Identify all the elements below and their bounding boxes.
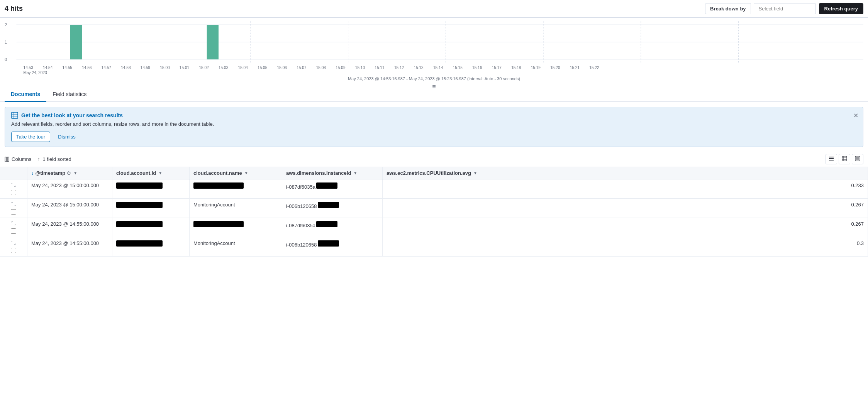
row-account-name-cell: MonitoringAccount xyxy=(190,199,282,218)
col-account-name-chevron: ▼ xyxy=(244,171,248,175)
row-timestamp-cell: May 24, 2023 @ 14:55:00.000 xyxy=(27,237,112,257)
svg-text:15:10: 15:10 xyxy=(355,66,365,70)
row-account-name-cell xyxy=(190,218,282,237)
svg-rect-47 xyxy=(5,157,7,162)
row-select-checkbox[interactable] xyxy=(11,190,16,195)
row-actions-cell xyxy=(0,179,27,199)
sort-label: ↑ 1 field sorted xyxy=(37,156,71,162)
bar-1455[interactable] xyxy=(70,25,82,59)
svg-text:15:09: 15:09 xyxy=(336,66,346,70)
select-field-input[interactable] xyxy=(754,3,816,14)
row-expand-button[interactable] xyxy=(11,240,16,246)
row-select-checkbox[interactable] xyxy=(11,209,16,215)
header-right: Break down by Refresh query xyxy=(705,3,863,14)
col-cpu-chevron: ▼ xyxy=(473,171,477,175)
svg-text:15:18: 15:18 xyxy=(511,66,521,70)
svg-text:15:20: 15:20 xyxy=(550,66,560,70)
col-account-id-header[interactable]: cloud.account.id ▼ xyxy=(112,167,190,179)
col-timestamp-header[interactable]: ↓ @timestamp ⏱ ▼ xyxy=(27,167,112,179)
table-row: May 24, 2023 @ 15:00:00.000i-087df6035a0… xyxy=(0,179,868,199)
row-instance-id-cell: i-087df6035a xyxy=(282,179,383,199)
row-account-id-cell xyxy=(112,237,190,257)
row-account-id-cell xyxy=(112,218,190,237)
row-timestamp-cell: May 24, 2023 @ 15:00:00.000 xyxy=(27,179,112,199)
svg-text:15:04: 15:04 xyxy=(238,66,248,70)
svg-text:15:19: 15:19 xyxy=(531,66,541,70)
svg-text:15:02: 15:02 xyxy=(199,66,209,70)
table-controls: Columns ↑ 1 field sorted xyxy=(0,152,868,167)
view-controls xyxy=(826,154,863,164)
data-table-container: ↓ @timestamp ⏱ ▼ cloud.account.id ▼ clou… xyxy=(0,167,868,257)
row-cpu-cell: 0.3 xyxy=(383,237,868,257)
bar-1500[interactable] xyxy=(207,25,219,59)
dismiss-button[interactable]: Dismiss xyxy=(53,132,80,142)
svg-text:14:59: 14:59 xyxy=(141,66,151,70)
row-instance-id-cell: i-006b120658 xyxy=(282,237,383,257)
row-account-id-cell xyxy=(112,199,190,218)
refresh-query-button[interactable]: Refresh query xyxy=(819,3,863,14)
row-timestamp-cell: May 24, 2023 @ 14:55:00.000 xyxy=(27,218,112,237)
row-timestamp-cell: May 24, 2023 @ 15:00:00.000 xyxy=(27,199,112,218)
banner-title: Get the best look at your search results xyxy=(11,112,857,119)
svg-text:1: 1 xyxy=(5,40,7,44)
clock-icon: ⏱ xyxy=(67,171,71,176)
table-row: May 24, 2023 @ 14:55:00.000MonitoringAcc… xyxy=(0,237,868,257)
row-expand-button[interactable] xyxy=(11,182,16,188)
chart-drag-handle[interactable]: ≡ xyxy=(5,83,863,91)
svg-text:14:55: 14:55 xyxy=(63,66,73,70)
header-bar: 4 hits Break down by Refresh query xyxy=(0,0,868,18)
svg-text:15:21: 15:21 xyxy=(570,66,580,70)
view-compact-button[interactable] xyxy=(826,154,837,164)
row-select-checkbox[interactable] xyxy=(11,228,16,234)
table-view-icon xyxy=(842,156,847,161)
svg-rect-52 xyxy=(842,156,847,161)
row-select-checkbox[interactable] xyxy=(11,248,16,253)
row-actions-cell xyxy=(0,237,27,257)
chart-area: 2 1 0 14:53 14:54 14:55 14:56 14:57 14:5… xyxy=(0,18,868,87)
banner-description: Add relevant fields, reorder and sort co… xyxy=(11,121,857,127)
row-instance-id-cell: i-087df6035a xyxy=(282,218,383,237)
svg-text:15:11: 15:11 xyxy=(375,66,385,70)
histogram-chart[interactable]: 2 1 0 14:53 14:54 14:55 14:56 14:57 14:5… xyxy=(5,21,863,75)
col-account-name-header[interactable]: cloud.account.name ▼ xyxy=(190,167,282,179)
compact-view-icon xyxy=(829,156,834,161)
svg-text:15:03: 15:03 xyxy=(219,66,229,70)
row-actions-cell xyxy=(0,218,27,237)
banner-close-button[interactable]: ✕ xyxy=(853,112,858,119)
svg-text:14:56: 14:56 xyxy=(82,66,92,70)
row-cpu-cell: 0.233 xyxy=(383,179,868,199)
svg-rect-43 xyxy=(12,112,18,118)
svg-text:15:00: 15:00 xyxy=(160,66,170,70)
expanded-view-icon xyxy=(855,156,860,161)
view-expanded-button[interactable] xyxy=(852,154,863,164)
row-instance-id-cell: i-006b120658 xyxy=(282,199,383,218)
svg-text:15:08: 15:08 xyxy=(316,66,326,70)
row-expand-button[interactable] xyxy=(11,221,16,227)
svg-rect-49 xyxy=(829,157,834,157)
columns-icon xyxy=(5,157,10,162)
col-instance-id-header[interactable]: aws.dimensions.InstanceId ▼ xyxy=(282,167,383,179)
svg-text:15:14: 15:14 xyxy=(433,66,443,70)
expand-icon xyxy=(11,202,16,206)
svg-text:15:13: 15:13 xyxy=(414,66,424,70)
table-header-row: ↓ @timestamp ⏱ ▼ cloud.account.id ▼ clou… xyxy=(0,167,868,179)
row-expand-button[interactable] xyxy=(11,202,16,208)
svg-text:15:05: 15:05 xyxy=(258,66,268,70)
data-table: ↓ @timestamp ⏱ ▼ cloud.account.id ▼ clou… xyxy=(0,167,868,257)
break-down-button[interactable]: Break down by xyxy=(705,3,751,14)
row-account-name-cell: MonitoringAccount xyxy=(190,237,282,257)
columns-button[interactable]: Columns xyxy=(5,156,31,162)
svg-rect-48 xyxy=(7,157,9,162)
view-table-button[interactable] xyxy=(839,154,850,164)
expand-icon xyxy=(11,221,16,226)
table-row: May 24, 2023 @ 15:00:00.000MonitoringAcc… xyxy=(0,199,868,218)
sort-down-icon: ↓ xyxy=(31,170,34,176)
row-cpu-cell: 0.267 xyxy=(383,218,868,237)
take-tour-button[interactable]: Take the tour xyxy=(11,132,50,142)
svg-rect-51 xyxy=(829,160,834,161)
row-account-id-cell xyxy=(112,179,190,199)
col-timestamp-chevron: ▼ xyxy=(73,171,77,175)
svg-text:15:01: 15:01 xyxy=(180,66,190,70)
svg-text:May 24, 2023: May 24, 2023 xyxy=(24,71,47,75)
col-cpu-header[interactable]: aws.ec2.metrics.CPUUtilization.avg ▼ xyxy=(383,167,868,179)
